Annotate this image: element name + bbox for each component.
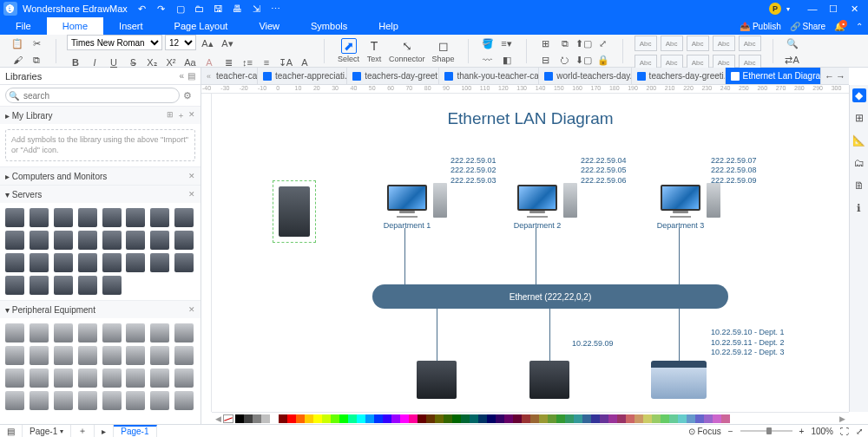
dropdown-icon[interactable]: ▾: [786, 5, 790, 13]
style-preset[interactable]: Abc: [713, 36, 735, 51]
color-swatch[interactable]: [661, 414, 669, 423]
user-avatar-icon[interactable]: P: [769, 3, 781, 15]
color-swatch[interactable]: [643, 414, 652, 423]
conn-line[interactable]: [536, 228, 536, 284]
peripheral-shape[interactable]: [102, 346, 122, 365]
close-section-icon[interactable]: ✕: [188, 172, 195, 180]
select-tool[interactable]: ⬈Select: [335, 38, 362, 63]
color-swatch[interactable]: [409, 414, 418, 423]
tabs-arrow-icon[interactable]: ▸: [95, 425, 114, 437]
tab-prev-icon[interactable]: ←: [825, 71, 834, 82]
palette-next-icon[interactable]: ▶: [839, 414, 845, 423]
server-shape[interactable]: [150, 208, 169, 227]
peripheral-shape[interactable]: [78, 346, 97, 365]
color-swatch[interactable]: [452, 414, 461, 423]
zoom-out-icon[interactable]: −: [728, 427, 733, 436]
bottom-ip[interactable]: 10.22.59.09: [572, 339, 614, 349]
color-swatch[interactable]: [608, 414, 617, 423]
fontsize-select[interactable]: 12: [165, 35, 196, 50]
pages-list-icon[interactable]: ▤: [0, 425, 23, 437]
export-icon[interactable]: ⇲: [251, 3, 263, 15]
color-swatch[interactable]: [253, 414, 261, 423]
server-shape[interactable]: [150, 231, 169, 250]
peripheral-shape[interactable]: [78, 391, 97, 410]
cut-icon[interactable]: ✂: [28, 35, 45, 52]
chevron-up-icon[interactable]: ⌃: [856, 22, 863, 31]
peripheral-shape[interactable]: [5, 369, 24, 388]
peripheral-shape[interactable]: [150, 346, 169, 365]
properties-icon[interactable]: ℹ: [852, 201, 866, 215]
menu-file[interactable]: File: [0, 17, 47, 35]
conn-line[interactable]: [437, 309, 437, 361]
theme-icon[interactable]: ◆: [852, 88, 866, 102]
canvas[interactable]: Ethernet LAN Diagram 222.22.59.01222.22.…: [212, 94, 849, 412]
ruler-toggle-icon[interactable]: 📐: [852, 134, 866, 147]
color-swatch[interactable]: [617, 414, 626, 423]
peripheral-shape[interactable]: [102, 391, 122, 410]
back-icon[interactable]: ⬇▢: [575, 51, 593, 68]
server-shape[interactable]: [5, 208, 24, 227]
close-section-icon[interactable]: ✕: [188, 305, 195, 314]
peripheral-section-header[interactable]: ▾ Peripheral Equipment ✕: [0, 301, 201, 318]
color-swatch[interactable]: [287, 414, 296, 423]
color-swatch[interactable]: [235, 414, 244, 423]
server-shape[interactable]: [78, 253, 97, 272]
ip-block-1[interactable]: 222.22.59.01222.22.59.02222.22.59.03: [450, 156, 496, 186]
group-icon[interactable]: ⧉: [556, 35, 574, 52]
menu-view[interactable]: View: [243, 17, 295, 35]
fit-page-icon[interactable]: ⛶: [840, 427, 849, 436]
color-swatch[interactable]: [296, 414, 305, 423]
fill-icon[interactable]: 🪣: [479, 35, 496, 52]
peripheral-shape[interactable]: [150, 323, 169, 342]
server-shape[interactable]: [5, 253, 24, 272]
style-preset[interactable]: Abc: [739, 36, 761, 51]
server-shape[interactable]: [54, 231, 73, 250]
peripheral-shape[interactable]: [78, 323, 97, 342]
color-swatch[interactable]: [365, 414, 374, 423]
color-swatch[interactable]: [713, 414, 721, 423]
color-swatch[interactable]: [695, 414, 704, 423]
close-section-icon[interactable]: ✕: [188, 110, 195, 121]
size-icon[interactable]: ⤢: [595, 35, 612, 52]
tab-close-icon[interactable]: «: [207, 72, 211, 81]
color-swatch[interactable]: [418, 414, 426, 423]
style-preset[interactable]: Abc: [687, 36, 709, 51]
peripheral-shape[interactable]: [126, 346, 145, 365]
fullscreen-icon[interactable]: ⤢: [856, 427, 863, 436]
server-2[interactable]: [529, 361, 569, 399]
text-tool[interactable]: TText: [364, 38, 385, 63]
selected-server[interactable]: [273, 180, 316, 243]
server-shape[interactable]: [54, 253, 73, 272]
peripheral-shape[interactable]: [78, 369, 97, 388]
peripheral-shape[interactable]: [54, 369, 73, 388]
color-swatch[interactable]: [331, 414, 339, 423]
color-swatch[interactable]: [270, 414, 279, 423]
servers-section-header[interactable]: ▾ Servers ✕: [0, 186, 201, 203]
style-preset[interactable]: Abc: [635, 36, 657, 51]
workstation-1[interactable]: Department 1: [372, 185, 442, 230]
color-swatch[interactable]: [322, 414, 331, 423]
color-swatch[interactable]: [244, 414, 253, 423]
conn-line[interactable]: [404, 228, 405, 284]
color-swatch[interactable]: [721, 414, 730, 423]
peripheral-shape[interactable]: [174, 369, 194, 388]
lock-icon[interactable]: 🔒: [595, 51, 612, 68]
color-swatch[interactable]: [470, 414, 478, 423]
color-swatch[interactable]: [539, 414, 548, 423]
color-swatch[interactable]: [374, 414, 383, 423]
color-swatch[interactable]: [548, 414, 556, 423]
color-swatch[interactable]: [626, 414, 635, 423]
rotate-icon[interactable]: ⭮: [556, 51, 574, 68]
workstation-2[interactable]: Department 2: [503, 185, 572, 230]
printer[interactable]: [651, 361, 707, 399]
menu-symbols[interactable]: Symbols: [295, 17, 363, 35]
redo-icon[interactable]: ↷: [155, 3, 168, 15]
peripheral-shape[interactable]: [30, 346, 49, 365]
color-swatch[interactable]: [391, 414, 400, 423]
minimize-icon[interactable]: —: [802, 0, 823, 17]
peripheral-shape[interactable]: [54, 346, 73, 365]
color-swatch[interactable]: [582, 414, 591, 423]
color-swatch[interactable]: [357, 414, 365, 423]
color-swatch[interactable]: [591, 414, 600, 423]
server-shape[interactable]: [174, 253, 194, 272]
